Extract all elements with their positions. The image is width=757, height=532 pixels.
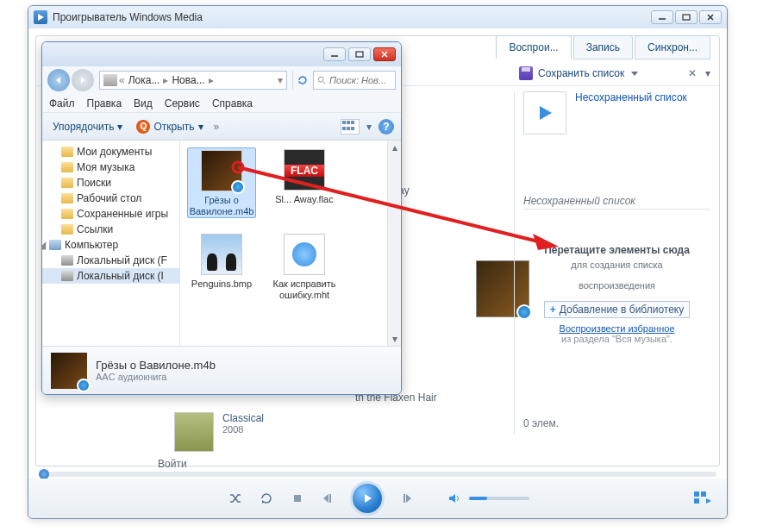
back-button[interactable] (47, 69, 70, 91)
file-mht[interactable]: Как исправить ошибку.mht (270, 232, 339, 301)
wmp-titlebar[interactable]: Проигрыватель Windows Media (28, 6, 727, 28)
toolbar-more[interactable]: » (214, 121, 220, 133)
scroll-up-icon[interactable]: ▴ (388, 141, 401, 154)
explorer-close-button[interactable] (373, 47, 396, 61)
tree-saved-games[interactable]: Сохраненные игры (42, 206, 179, 222)
playlist-thumb[interactable] (523, 91, 566, 135)
playlist-title-link[interactable]: Несохраненный список (575, 91, 687, 135)
file-vavilon[interactable]: Грёзы о Вавилоне.m4b (187, 147, 256, 218)
svg-marker-12 (406, 494, 411, 503)
options-icon[interactable]: ▾ (705, 67, 710, 79)
menu-help[interactable]: Справка (212, 97, 253, 110)
clear-list-icon[interactable]: ✕ (688, 67, 697, 79)
svg-marker-9 (323, 494, 328, 503)
explorer-titlebar[interactable] (42, 42, 401, 66)
tree-my-documents[interactable]: Мои документы (42, 144, 179, 160)
album-art-small[interactable] (174, 412, 214, 452)
file-name: Sl... Away.flac (270, 194, 339, 205)
tree-desktop[interactable]: Рабочий стол (42, 191, 179, 206)
file-grid[interactable]: Грёзы о Вавилоне.m4b FLAC Sl... Away.fla… (180, 141, 401, 346)
collapse-icon[interactable]: ◢ (42, 239, 46, 251)
drop-hint-sub1: для создания списка (523, 260, 710, 270)
shuffle-button[interactable] (226, 489, 245, 508)
tab-sync[interactable]: Синхрон... (635, 35, 710, 59)
volume-icon[interactable] (445, 489, 464, 508)
crumb-1[interactable]: Лока... (127, 74, 162, 86)
volume-control (445, 489, 529, 508)
folder-icon (61, 193, 73, 203)
play-button[interactable] (350, 481, 385, 516)
repeat-button[interactable] (257, 489, 276, 508)
drop-zone[interactable]: Перетащите элементы сюда для создания сп… (523, 244, 710, 344)
switch-view-button[interactable] (694, 491, 711, 506)
search-input[interactable] (329, 75, 391, 85)
chevron-down-icon[interactable]: ▾ (366, 121, 372, 133)
svg-marker-24 (81, 77, 85, 84)
organize-button[interactable]: Упорядочить ▾ (49, 119, 126, 135)
scrollbar[interactable]: ▴ ▾ (387, 141, 401, 346)
login-link[interactable]: Войти (158, 458, 187, 470)
menu-service[interactable]: Сервис (165, 97, 200, 110)
forward-button[interactable] (72, 69, 94, 91)
explorer-body: Мои документы Моя музыка Поиски Рабочий … (42, 141, 401, 346)
file-penguins[interactable]: Penguins.bmp (187, 232, 256, 301)
album-year: 2008 (222, 424, 264, 435)
tree-disk-i[interactable]: Локальный диск (I (42, 268, 179, 284)
file-thumb-icon (284, 234, 325, 275)
close-button[interactable] (699, 10, 722, 24)
play-favorites-link[interactable]: Воспроизвести избранное (523, 323, 710, 334)
svg-marker-23 (56, 77, 60, 84)
tree-disk-f[interactable]: Локальный диск (F (42, 253, 179, 268)
volume-slider[interactable] (469, 497, 529, 500)
view-mode-button[interactable] (341, 119, 360, 135)
divider (523, 209, 710, 210)
menu-view[interactable]: Вид (134, 97, 153, 110)
refresh-button[interactable] (292, 71, 311, 90)
folder-icon (61, 178, 73, 188)
tab-burn[interactable]: Запись (573, 35, 633, 59)
seek-bar[interactable] (39, 472, 716, 477)
minimize-button[interactable] (651, 10, 673, 24)
tree-links[interactable]: Ссылки (42, 222, 179, 237)
adding-label: Добавление в библиотеку (560, 304, 684, 316)
maximize-button[interactable] (675, 10, 698, 24)
explorer-minimize-button[interactable] (323, 47, 346, 61)
tree-searches[interactable]: Поиски (42, 175, 179, 191)
crumb-2[interactable]: Нова... (170, 74, 206, 86)
file-thumb-icon (201, 150, 242, 191)
favorites-sub: из раздела "Вся музыка". (523, 334, 710, 344)
nav-tree: Мои документы Моя музыка Поиски Рабочий … (42, 141, 180, 346)
prev-button[interactable] (319, 489, 338, 508)
open-label: Открыть (153, 121, 194, 133)
disk-icon (519, 66, 533, 80)
tab-play[interactable]: Воспрои... (496, 35, 571, 59)
tree-computer[interactable]: ◢Компьютер (42, 237, 179, 253)
drop-hint-title: Перетащите элементы сюда (523, 244, 710, 256)
breadcrumb[interactable]: « Лока... ▸ Нова... ▸ ▾ (99, 71, 287, 90)
save-list-label: Сохранить список (538, 67, 624, 79)
details-pane: Грёзы о Вавилоне.m4b AAC аудиокнига (42, 346, 401, 394)
search-icon (317, 75, 326, 85)
save-list-button[interactable]: Сохранить список (519, 66, 638, 80)
file-name: Грёзы о Вавилоне.m4b (188, 195, 255, 217)
menu-edit[interactable]: Правка (87, 97, 122, 110)
tree-my-music[interactable]: Моя музыка (42, 160, 179, 175)
search-box[interactable] (313, 71, 396, 90)
stop-button[interactable] (288, 489, 307, 508)
explorer-nav: « Лока... ▸ Нова... ▸ ▾ (42, 66, 401, 94)
chevron-down-icon (631, 70, 638, 77)
explorer-maximize-button[interactable] (348, 47, 371, 61)
svg-marker-11 (365, 494, 372, 503)
wmp-title: Проигрыватель Windows Media (53, 11, 651, 23)
help-icon[interactable]: ? (378, 119, 394, 135)
open-button[interactable]: Q Открыть ▾ (133, 118, 206, 135)
next-button[interactable] (397, 489, 416, 508)
dropdown-icon[interactable]: ▾ (278, 74, 283, 86)
drive-icon (61, 271, 73, 281)
adding-to-library-badge: + Добавление в библиотеку (544, 301, 691, 318)
scroll-down-icon[interactable]: ▾ (388, 332, 401, 346)
drop-hint-sub2: воспроизведения (523, 280, 710, 291)
menu-file[interactable]: Файл (49, 97, 75, 110)
svg-rect-8 (294, 495, 301, 502)
file-flac[interactable]: FLAC Sl... Away.flac (270, 147, 339, 218)
